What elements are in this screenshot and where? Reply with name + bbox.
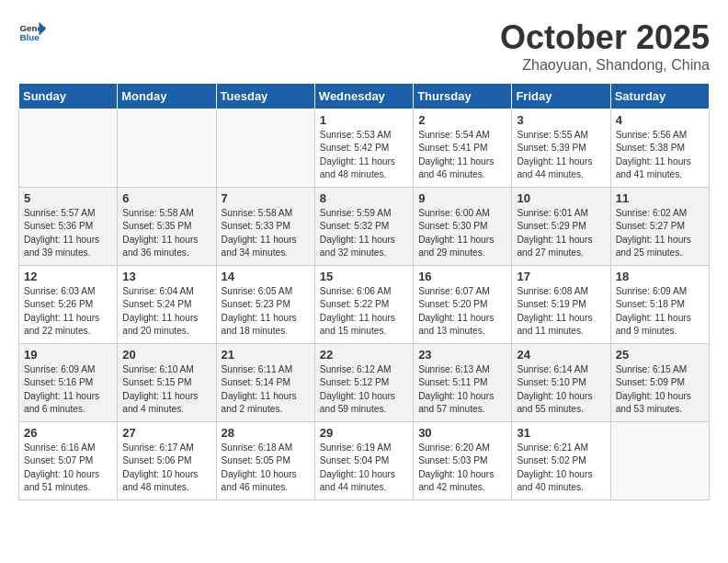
calendar-cell: 9Sunrise: 6:00 AM Sunset: 5:30 PM Daylig… — [414, 188, 512, 266]
day-number: 31 — [517, 426, 605, 440]
calendar-cell: 17Sunrise: 6:08 AM Sunset: 5:19 PM Dayli… — [512, 266, 610, 344]
day-number: 3 — [517, 113, 605, 127]
day-number: 12 — [24, 270, 112, 283]
day-number: 10 — [517, 191, 605, 205]
calendar-cell: 31Sunrise: 6:21 AM Sunset: 5:02 PM Dayli… — [512, 422, 610, 500]
svg-text:Blue: Blue — [20, 32, 40, 42]
cell-text: Sunrise: 6:11 AM Sunset: 5:14 PM Dayligh… — [222, 363, 310, 416]
calendar-cell: 13Sunrise: 6:04 AM Sunset: 5:24 PM Dayli… — [118, 266, 216, 344]
cell-text: Sunrise: 6:05 AM Sunset: 5:23 PM Dayligh… — [222, 285, 310, 338]
calendar-week-row: 5Sunrise: 5:57 AM Sunset: 5:36 PM Daylig… — [19, 188, 710, 266]
day-number: 19 — [24, 348, 112, 362]
calendar-cell: 5Sunrise: 5:57 AM Sunset: 5:36 PM Daylig… — [19, 188, 118, 266]
cell-text: Sunrise: 6:03 AM Sunset: 5:26 PM Dayligh… — [24, 285, 112, 338]
day-number: 22 — [320, 348, 408, 362]
cell-text: Sunrise: 6:21 AM Sunset: 5:02 PM Dayligh… — [517, 442, 605, 494]
calendar-cell: 12Sunrise: 6:03 AM Sunset: 5:26 PM Dayli… — [19, 266, 118, 344]
calendar-cell: 2Sunrise: 5:54 AM Sunset: 5:41 PM Daylig… — [414, 109, 512, 188]
day-number: 5 — [24, 191, 112, 205]
cell-text: Sunrise: 5:58 AM Sunset: 5:35 PM Dayligh… — [122, 207, 210, 259]
day-number: 18 — [616, 270, 704, 283]
day-number: 23 — [418, 348, 506, 362]
day-number: 11 — [616, 191, 704, 205]
day-number: 27 — [122, 426, 210, 440]
weekday-header-row: SundayMondayTuesdayWednesdayThursdayFrid… — [19, 84, 710, 109]
page-header: General Blue October 2025 Zhaoyuan, Shan… — [18, 18, 710, 74]
calendar-cell: 29Sunrise: 6:19 AM Sunset: 5:04 PM Dayli… — [314, 422, 413, 500]
cell-text: Sunrise: 6:08 AM Sunset: 5:19 PM Dayligh… — [517, 285, 605, 338]
day-number: 9 — [418, 191, 506, 205]
cell-text: Sunrise: 6:10 AM Sunset: 5:15 PM Dayligh… — [122, 363, 210, 416]
day-number: 17 — [517, 270, 605, 283]
calendar-cell: 28Sunrise: 6:18 AM Sunset: 5:05 PM Dayli… — [216, 422, 314, 500]
calendar-cell: 11Sunrise: 6:02 AM Sunset: 5:27 PM Dayli… — [610, 188, 709, 266]
cell-text: Sunrise: 6:13 AM Sunset: 5:11 PM Dayligh… — [418, 363, 506, 416]
weekday-header-friday: Friday — [512, 84, 610, 109]
calendar-cell — [19, 109, 118, 188]
calendar-cell: 3Sunrise: 5:55 AM Sunset: 5:39 PM Daylig… — [512, 109, 610, 188]
calendar-cell: 6Sunrise: 5:58 AM Sunset: 5:35 PM Daylig… — [118, 188, 216, 266]
calendar-cell: 19Sunrise: 6:09 AM Sunset: 5:16 PM Dayli… — [19, 344, 118, 422]
cell-text: Sunrise: 5:54 AM Sunset: 5:41 PM Dayligh… — [418, 129, 506, 181]
cell-text: Sunrise: 6:02 AM Sunset: 5:27 PM Dayligh… — [616, 207, 704, 259]
calendar-cell: 16Sunrise: 6:07 AM Sunset: 5:20 PM Dayli… — [414, 266, 512, 344]
day-number: 14 — [222, 270, 310, 283]
calendar-cell: 15Sunrise: 6:06 AM Sunset: 5:22 PM Dayli… — [314, 266, 413, 344]
cell-text: Sunrise: 6:09 AM Sunset: 5:18 PM Dayligh… — [616, 285, 704, 338]
month-title: October 2025 — [500, 18, 710, 57]
cell-text: Sunrise: 5:55 AM Sunset: 5:39 PM Dayligh… — [517, 129, 605, 181]
weekday-header-tuesday: Tuesday — [216, 84, 314, 109]
cell-text: Sunrise: 5:57 AM Sunset: 5:36 PM Dayligh… — [24, 207, 112, 259]
calendar-cell: 22Sunrise: 6:12 AM Sunset: 5:12 PM Dayli… — [314, 344, 413, 422]
calendar-week-row: 12Sunrise: 6:03 AM Sunset: 5:26 PM Dayli… — [19, 266, 710, 344]
cell-text: Sunrise: 6:15 AM Sunset: 5:09 PM Dayligh… — [616, 363, 704, 416]
calendar-cell — [216, 109, 314, 188]
calendar-cell: 1Sunrise: 5:53 AM Sunset: 5:42 PM Daylig… — [314, 109, 413, 188]
day-number: 15 — [320, 270, 408, 283]
cell-text: Sunrise: 6:07 AM Sunset: 5:20 PM Dayligh… — [418, 285, 506, 338]
day-number: 24 — [517, 348, 605, 362]
weekday-header-monday: Monday — [118, 84, 216, 109]
calendar-table: SundayMondayTuesdayWednesdayThursdayFrid… — [18, 83, 710, 500]
day-number: 1 — [320, 113, 408, 127]
weekday-header-wednesday: Wednesday — [314, 84, 413, 109]
cell-text: Sunrise: 6:16 AM Sunset: 5:07 PM Dayligh… — [24, 442, 112, 494]
calendar-cell — [118, 109, 216, 188]
cell-text: Sunrise: 6:17 AM Sunset: 5:06 PM Dayligh… — [122, 442, 210, 494]
weekday-header-sunday: Sunday — [19, 84, 118, 109]
day-number: 30 — [418, 426, 506, 440]
cell-text: Sunrise: 6:12 AM Sunset: 5:12 PM Dayligh… — [320, 363, 408, 416]
day-number: 2 — [418, 113, 506, 127]
calendar-cell: 10Sunrise: 6:01 AM Sunset: 5:29 PM Dayli… — [512, 188, 610, 266]
cell-text: Sunrise: 6:20 AM Sunset: 5:03 PM Dayligh… — [418, 442, 506, 494]
calendar-cell: 8Sunrise: 5:59 AM Sunset: 5:32 PM Daylig… — [314, 188, 413, 266]
cell-text: Sunrise: 6:06 AM Sunset: 5:22 PM Dayligh… — [320, 285, 408, 338]
cell-text: Sunrise: 6:00 AM Sunset: 5:30 PM Dayligh… — [418, 207, 506, 259]
calendar-week-row: 19Sunrise: 6:09 AM Sunset: 5:16 PM Dayli… — [19, 344, 710, 422]
day-number: 6 — [122, 191, 210, 205]
calendar-cell: 18Sunrise: 6:09 AM Sunset: 5:18 PM Dayli… — [610, 266, 709, 344]
day-number: 21 — [222, 348, 310, 362]
cell-text: Sunrise: 5:56 AM Sunset: 5:38 PM Dayligh… — [616, 129, 704, 181]
weekday-header-saturday: Saturday — [610, 84, 709, 109]
logo-icon: General Blue — [18, 18, 46, 46]
day-number: 16 — [418, 270, 506, 283]
day-number: 25 — [616, 348, 704, 362]
cell-text: Sunrise: 6:09 AM Sunset: 5:16 PM Dayligh… — [24, 363, 112, 416]
calendar-cell: 23Sunrise: 6:13 AM Sunset: 5:11 PM Dayli… — [414, 344, 512, 422]
day-number: 4 — [616, 113, 704, 127]
day-number: 13 — [122, 270, 210, 283]
calendar-cell: 4Sunrise: 5:56 AM Sunset: 5:38 PM Daylig… — [610, 109, 709, 188]
calendar-cell: 21Sunrise: 6:11 AM Sunset: 5:14 PM Dayli… — [216, 344, 314, 422]
cell-text: Sunrise: 6:18 AM Sunset: 5:05 PM Dayligh… — [222, 442, 310, 494]
calendar-cell: 7Sunrise: 5:58 AM Sunset: 5:33 PM Daylig… — [216, 188, 314, 266]
calendar-cell: 14Sunrise: 6:05 AM Sunset: 5:23 PM Dayli… — [216, 266, 314, 344]
location-title: Zhaoyuan, Shandong, China — [500, 57, 710, 74]
weekday-header-thursday: Thursday — [414, 84, 512, 109]
cell-text: Sunrise: 6:01 AM Sunset: 5:29 PM Dayligh… — [517, 207, 605, 259]
cell-text: Sunrise: 5:59 AM Sunset: 5:32 PM Dayligh… — [320, 207, 408, 259]
day-number: 20 — [122, 348, 210, 362]
cell-text: Sunrise: 5:58 AM Sunset: 5:33 PM Dayligh… — [222, 207, 310, 259]
calendar-cell — [610, 422, 709, 500]
day-number: 26 — [24, 426, 112, 440]
